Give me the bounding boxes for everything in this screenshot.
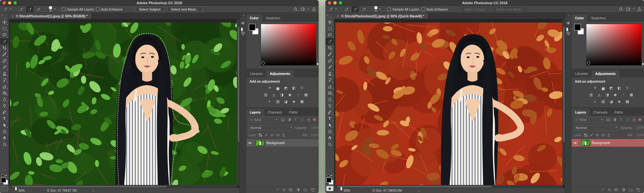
channel-mixer-icon[interactable]: ◔ [621, 92, 626, 97]
add-to-selection-mode-button[interactable] [26, 6, 33, 12]
dodge-tool[interactable] [326, 103, 334, 109]
layer-filter-kind-select[interactable]: Kind ▾ [248, 117, 279, 123]
add-layer-mask-icon[interactable] [614, 188, 618, 192]
status-more-icon[interactable]: › [415, 189, 423, 192]
layer-style-icon[interactable]: fx [283, 188, 285, 192]
default-colors-icon[interactable] [2, 174, 4, 177]
color-balance-icon[interactable]: ◬ [597, 92, 602, 97]
new-group-icon[interactable] [629, 188, 633, 192]
quick-selection-tool[interactable] [326, 38, 334, 45]
canvas[interactable] [334, 19, 565, 188]
layer-filter-kind-select[interactable]: Kind ▾ [574, 117, 604, 123]
color-picker-handle[interactable] [262, 61, 265, 65]
history-panel-icon[interactable] [240, 20, 246, 26]
tab-swatches[interactable]: Swatches [262, 14, 284, 22]
new-adjustment-layer-icon[interactable] [296, 188, 300, 192]
lock-transparency-icon[interactable] [258, 133, 262, 137]
path-selection-tool[interactable] [0, 122, 8, 128]
black-white-icon[interactable]: ◨ [279, 92, 285, 97]
swap-colors-icon[interactable]: ⇄ [330, 174, 332, 177]
channel-mixer-icon[interactable]: ◔ [295, 92, 301, 97]
hue-saturation-icon[interactable]: ▥ [589, 92, 594, 97]
black-white-icon[interactable]: ◨ [605, 92, 610, 97]
brush-tool[interactable] [0, 64, 8, 70]
crop-tool[interactable] [0, 45, 8, 51]
checkbox-box[interactable] [62, 7, 66, 11]
color-lookup-icon[interactable]: ▦ [303, 92, 309, 97]
color-panel-swatches[interactable] [574, 24, 584, 35]
toolbar-expand-icon[interactable]: » [327, 14, 328, 17]
add-to-selection-mode-button[interactable] [352, 6, 359, 12]
tab-channels[interactable]: Channels [590, 109, 611, 116]
tab-adjustments[interactable]: Adjustments [592, 70, 619, 77]
vertical-scrollbar[interactable] [562, 19, 565, 185]
hue-slider-handle[interactable] [642, 63, 644, 65]
tab-color[interactable]: Color [246, 14, 262, 22]
select-and-mask-button[interactable]: Select and Mask... [492, 6, 528, 12]
minimize-window-button[interactable] [8, 1, 11, 5]
close-window-button[interactable] [3, 1, 6, 5]
search-icon[interactable] [294, 7, 298, 11]
eraser-tool[interactable] [326, 83, 334, 90]
checkbox-box[interactable] [96, 7, 100, 11]
link-layers-icon[interactable] [601, 188, 605, 192]
document-tab[interactable]: × © ShrubPhotoshoot(1).jpeg @ 50% (Quick… [334, 13, 428, 19]
eyedropper-tool[interactable] [326, 51, 334, 58]
spot-healing-brush-tool[interactable] [326, 58, 334, 64]
zoom-window-button[interactable] [339, 1, 342, 5]
posterize-icon[interactable]: ▨ [275, 99, 280, 104]
photo-filter-icon[interactable]: ◉ [287, 92, 293, 97]
foreground-color-swatch[interactable] [249, 24, 256, 31]
link-layers-icon[interactable] [275, 188, 279, 192]
tab-swatches[interactable]: Swatches [587, 14, 609, 22]
type-tool[interactable]: T [326, 115, 334, 122]
chevron-down-icon[interactable]: ▾ [335, 8, 337, 10]
zoom-level[interactable]: 50% [334, 189, 360, 192]
foreground-color-swatch[interactable] [1, 178, 6, 183]
edit-toolbar-icon[interactable]: ··· [0, 167, 8, 173]
horizontal-scrollbar[interactable] [334, 185, 562, 188]
tab-paths[interactable]: Paths [285, 109, 301, 116]
custom-shape-tool[interactable] [0, 128, 8, 135]
filter-pixel-layers-icon[interactable] [280, 117, 285, 122]
selective-color-icon[interactable]: ◈ [617, 99, 622, 104]
threshold-icon[interactable]: ◪ [283, 99, 288, 104]
search-icon[interactable] [619, 7, 623, 11]
layer-filter-toggle[interactable] [313, 118, 316, 121]
lock-pixels-icon[interactable] [264, 133, 268, 137]
new-layer-icon[interactable] [311, 188, 315, 192]
lock-all-icon[interactable] [607, 133, 611, 137]
exposure-icon[interactable]: ◧ [291, 86, 296, 90]
layer-row-background[interactable]: Background [246, 139, 319, 147]
select-subject-button[interactable]: Select Subject [460, 6, 490, 12]
invert-icon[interactable]: ◐ [267, 99, 272, 104]
lasso-tool[interactable] [0, 32, 8, 38]
clone-stamp-tool[interactable] [0, 70, 8, 77]
lock-all-icon[interactable] [281, 133, 285, 137]
filter-smart-objects-icon[interactable] [631, 117, 636, 122]
quick-mask-mode-button[interactable] [326, 186, 333, 191]
type-tool[interactable]: T [0, 115, 8, 122]
layer-filter-toggle[interactable] [639, 118, 641, 121]
edit-toolbar-icon[interactable]: ··· [326, 167, 334, 173]
brush-tool[interactable] [326, 64, 334, 70]
filter-type-layers-icon[interactable]: T [619, 117, 623, 122]
swap-colors-icon[interactable]: ⇄ [5, 174, 7, 177]
zoom-level[interactable]: 50% [9, 189, 34, 192]
brush-size-picker[interactable]: 30 [49, 6, 52, 12]
levels-icon[interactable]: ▅ [601, 86, 606, 90]
close-window-button[interactable] [328, 1, 331, 5]
spot-healing-brush-tool[interactable] [0, 58, 8, 64]
tab-libraries[interactable]: Libraries [246, 70, 266, 77]
filter-smart-objects-icon[interactable] [306, 117, 311, 122]
checkbox-box[interactable] [387, 7, 391, 11]
filter-shape-layers-icon[interactable] [300, 117, 304, 122]
sample-all-layers-checkbox[interactable]: Sample All Layers [387, 7, 419, 11]
zoom-tool[interactable] [0, 141, 8, 148]
gradient-tool[interactable] [0, 90, 8, 96]
rectangular-marquee-tool[interactable] [326, 25, 334, 32]
subtract-from-selection-mode-button[interactable] [35, 6, 42, 12]
zoom-window-button[interactable] [14, 1, 17, 5]
filter-pixel-layers-icon[interactable] [606, 117, 611, 122]
subtract-from-selection-mode-button[interactable] [360, 6, 367, 12]
